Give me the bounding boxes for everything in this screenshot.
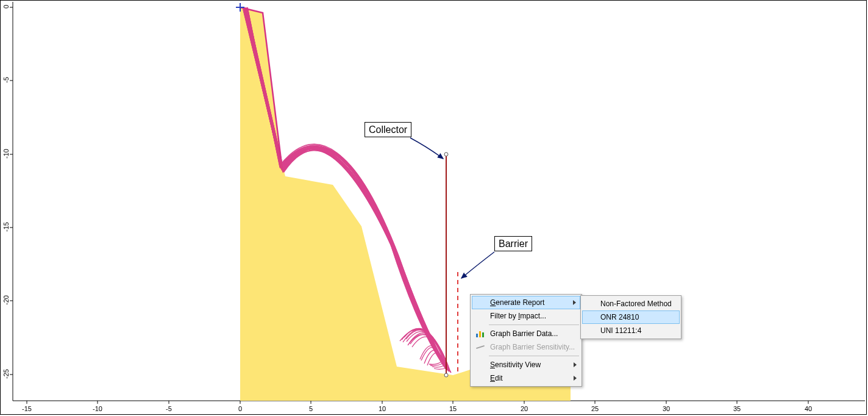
- x-tick-label: 0: [238, 405, 242, 412]
- x-tick-label: 25: [591, 405, 599, 412]
- y-tick-label: -15: [2, 221, 10, 232]
- x-tick-label: 40: [805, 405, 812, 412]
- chevron-right-icon: [573, 300, 576, 305]
- x-tick-label: 15: [449, 405, 457, 412]
- blank-icon: [473, 309, 488, 323]
- submenu-non-factored-method[interactable]: Non-Factored Method: [582, 297, 680, 310]
- submenu-onr-24810[interactable]: ONR 24810: [582, 310, 680, 324]
- context-menu[interactable]: Generate Report Filter by Impact... Grap…: [470, 294, 582, 387]
- y-tick-label: -5: [2, 74, 10, 85]
- collector-label: Collector: [365, 122, 411, 137]
- blank-icon: [583, 297, 598, 310]
- x-tick-label: 20: [521, 405, 528, 412]
- menu-edit[interactable]: Edit: [472, 371, 580, 385]
- submenu-uni-11211-4[interactable]: UNI 11211:4: [582, 324, 680, 337]
- collector-bottom-handle[interactable]: [444, 373, 448, 377]
- menu-filter-by-impact[interactable]: Filter by Impact...: [472, 309, 580, 323]
- blank-icon: [473, 371, 488, 385]
- menu-separator: [489, 325, 579, 325]
- chevron-right-icon: [574, 362, 577, 367]
- lineplot-icon: [473, 340, 488, 354]
- x-tick-label: -15: [22, 405, 32, 412]
- context-submenu-generate-report[interactable]: Non-Factored Method ONR 24810 UNI 11211:…: [580, 295, 681, 339]
- barrier-arrow: [461, 252, 494, 278]
- chart-canvas[interactable]: [1, 1, 866, 414]
- blank-icon: [473, 358, 488, 371]
- app-frame: Collector Barrier 0 -5 -10 -15 -20 -25 -…: [0, 0, 867, 415]
- y-tick-label: 0: [2, 1, 10, 12]
- x-tick-label: -5: [166, 405, 172, 412]
- x-tick-label: -10: [93, 405, 102, 412]
- x-tick-label: 5: [309, 405, 313, 412]
- barrier-label: Barrier: [494, 236, 532, 251]
- menu-graph-barrier-data[interactable]: Graph Barrier Data...: [472, 327, 580, 340]
- x-tick-label: 30: [663, 405, 670, 412]
- blank-icon: [474, 296, 488, 309]
- collector-top-handle[interactable]: [444, 152, 448, 156]
- menu-sensitivity-view[interactable]: Sensitivity View: [472, 358, 580, 371]
- menu-graph-barrier-sensitivity: Graph Barrier Sensitivity...: [472, 340, 580, 354]
- collector-arrow: [410, 138, 443, 159]
- blank-icon: [583, 324, 598, 337]
- y-tick-label: -25: [2, 368, 10, 379]
- x-tick-label: 35: [733, 405, 741, 412]
- y-tick-label: -10: [2, 148, 10, 159]
- menu-generate-report[interactable]: Generate Report: [472, 296, 580, 309]
- menu-separator: [489, 356, 579, 356]
- y-tick-label: -20: [2, 295, 10, 306]
- x-tick-label: 10: [379, 405, 386, 412]
- barchart-icon: [473, 327, 488, 340]
- blank-icon: [584, 310, 598, 324]
- chevron-right-icon: [574, 376, 577, 381]
